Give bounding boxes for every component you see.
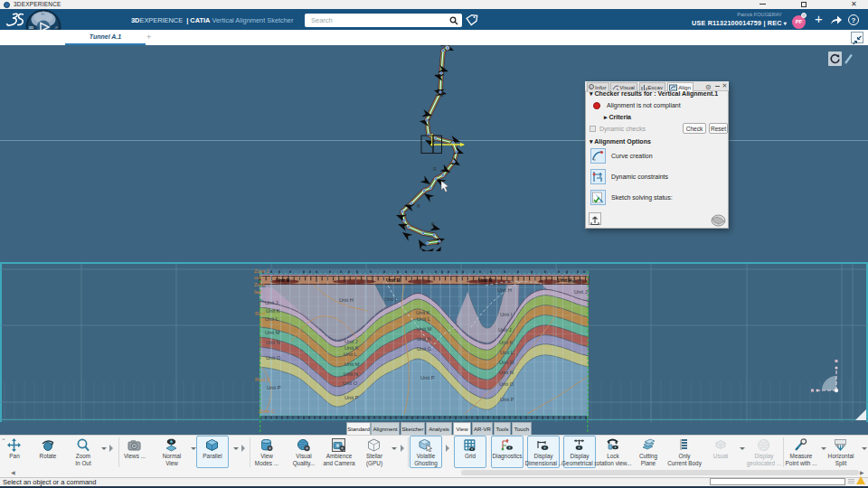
svg-text:Unit O: Unit O [417,346,432,352]
svg-text:Unit J: Unit J [498,327,512,333]
svg-text:Unit H: Unit H [339,297,354,303]
svg-text:Unit M: Unit M [417,326,432,332]
svg-text:Unit B: Unit B [386,277,401,283]
svg-text:Unit L: Unit L [265,316,278,322]
svg-text:Zone C: Zone C [259,408,275,414]
svg-text:Unit N: Unit N [417,336,431,342]
svg-text:Unit N: Unit N [266,340,280,345]
svg-text:cos: cos [254,275,262,280]
svg-text:Unit J: Unit J [574,289,588,295]
svg-text:Unit M: Unit M [344,361,360,367]
svg-text:R: R [417,203,420,209]
svg-text:Unit B: Unit B [478,277,493,283]
svg-text:Zone 2: Zone 2 [254,268,269,274]
svg-text:Roof 2: Roof 2 [255,377,269,382]
svg-text:R: R [440,92,444,98]
svg-text:Unit P: Unit P [500,397,514,402]
svg-text:Unit N: Unit N [499,370,514,375]
svg-text:Unit O: Unit O [266,355,281,361]
svg-text:Unit K: Unit K [416,310,430,315]
svg-text:Unit B: Unit B [276,277,290,283]
svg-text:Unit K: Unit K [266,308,280,314]
svg-text:Unit L: Unit L [417,316,430,322]
svg-text:Unit J: Unit J [265,300,278,305]
svg-text:R: R [431,221,435,227]
svg-text:Unit P: Unit P [420,375,435,380]
svg-text:Unit N: Unit N [344,371,358,377]
svg-text:Zone: Zone [254,282,265,287]
svg-text:Unit H: Unit H [558,277,572,283]
svg-text:Unit L: Unit L [384,296,398,302]
svg-text:Unit L: Unit L [344,352,357,357]
svg-text:Fr: Fr [42,12,46,16]
svg-text:Roof: Roof [255,311,266,316]
svg-text:Unit M: Unit M [265,330,280,335]
svg-text:Unit H: Unit H [497,287,512,293]
svg-text:Unit P: Unit P [267,385,281,390]
svg-text:R: R [433,166,437,172]
svg-text:Unit P: Unit P [344,395,359,400]
svg-text:Unit O: Unit O [499,381,514,387]
svg-text:Unit K: Unit K [344,345,359,351]
svg-text:Unit L: Unit L [500,350,514,355]
svg-text:Unit O: Unit O [343,380,358,386]
svg-text:Unit M: Unit M [499,360,514,365]
svg-text:faul: faul [254,289,262,295]
svg-text:Unit J: Unit J [344,339,358,344]
svg-text:Unit I: Unit I [500,312,513,317]
svg-text:Unit K: Unit K [499,340,514,345]
